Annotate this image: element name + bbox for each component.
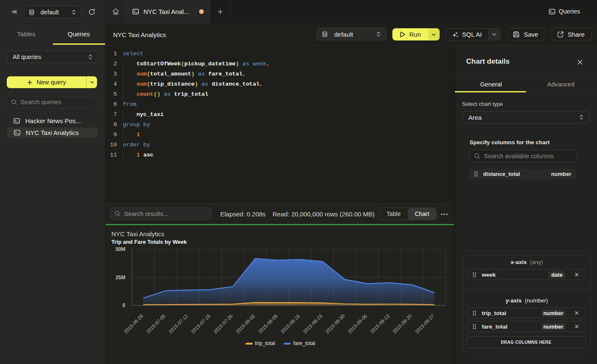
svg-text:2015-09-20: 2015-09-20 bbox=[392, 313, 413, 334]
svg-text:trip_total: trip_total bbox=[255, 340, 275, 346]
svg-text:2015-07-26: 2015-07-26 bbox=[213, 313, 234, 334]
svg-text:25M: 25M bbox=[116, 275, 125, 280]
svg-text:2015-08-23: 2015-08-23 bbox=[302, 313, 323, 334]
svg-text:50M: 50M bbox=[116, 246, 125, 252]
svg-text:2015-08-16: 2015-08-16 bbox=[280, 313, 301, 334]
svg-text:2015-07-12: 2015-07-12 bbox=[168, 313, 189, 334]
svg-text:2015-09-27: 2015-09-27 bbox=[414, 313, 435, 334]
svg-text:2015-08-30: 2015-08-30 bbox=[324, 313, 346, 334]
svg-text:2015-07-19: 2015-07-19 bbox=[190, 313, 211, 334]
svg-text:2015-08-02: 2015-08-02 bbox=[235, 313, 256, 334]
svg-text:2015-06-28: 2015-06-28 bbox=[123, 313, 144, 334]
svg-text:2015-07-05: 2015-07-05 bbox=[145, 313, 166, 334]
svg-text:0: 0 bbox=[122, 302, 125, 308]
svg-text:2015-08-09: 2015-08-09 bbox=[257, 313, 278, 334]
svg-text:fare_total: fare_total bbox=[293, 340, 315, 346]
svg-text:2015-09-13: 2015-09-13 bbox=[369, 313, 390, 334]
svg-text:2015-09-06: 2015-09-06 bbox=[347, 313, 368, 334]
